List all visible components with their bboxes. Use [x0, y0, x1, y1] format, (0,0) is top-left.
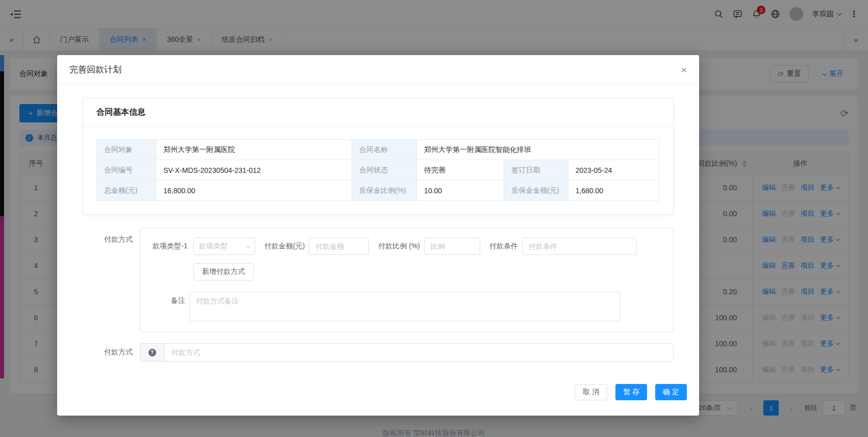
- amount-label: 付款金额(元): [264, 242, 305, 251]
- modal-footer: 取 消 暂 存 确 定: [83, 384, 687, 400]
- save-draft-button[interactable]: 暂 存: [615, 384, 647, 400]
- payment-section-label: 付款方式: [83, 228, 140, 332]
- info-label: 合同编号: [97, 160, 156, 181]
- info-value: 1,680.00: [568, 181, 659, 201]
- info-value: 郑州大学第一附属医院: [156, 140, 352, 160]
- payment-item-row: 款项类型-1 款项类型 付款金额(元) 付款比例 (%) 付款条件: [153, 238, 661, 255]
- help-icon[interactable]: ?: [148, 349, 156, 356]
- contract-info-table: 合同对象 郑州大学第一附属医院 合同名称 郑州大学第一附属医院智能化排班 合同编…: [96, 139, 660, 201]
- payment-items-box: 款项类型-1 款项类型 付款金额(元) 付款比例 (%) 付款条件 新增付款方式: [140, 228, 674, 332]
- payment-amount-input[interactable]: [309, 238, 369, 255]
- modal-header: 完善回款计划 ×: [57, 55, 699, 85]
- modal-body: 合同基本信息 合同对象 郑州大学第一附属医院 合同名称 郑州大学第一附属医院智能…: [57, 85, 699, 416]
- info-value: 16,800.00: [156, 181, 352, 201]
- remark-row: 备注: [153, 292, 661, 321]
- complete-repayment-plan-modal: 完善回款计划 × 合同基本信息 合同对象 郑州大学第一附属医院 合同名称 郑州大…: [57, 55, 699, 416]
- payment-condition-input[interactable]: [522, 238, 637, 255]
- info-value: 10.00: [417, 181, 504, 201]
- info-label: 合同名称: [352, 140, 416, 160]
- info-label: 合同状态: [352, 160, 416, 181]
- info-label: 质保金金额(元): [504, 181, 568, 201]
- modal-close-icon[interactable]: ×: [681, 65, 687, 75]
- add-payment-method-button[interactable]: 新增付款方式: [193, 263, 254, 280]
- info-value: 郑州大学第一附属医院智能化排班: [417, 140, 660, 160]
- remark-textarea[interactable]: [189, 292, 621, 321]
- payment-method-field: 付款方式 ?: [83, 343, 674, 362]
- contract-basic-info-card: 合同基本信息 合同对象 郑州大学第一附属医院 合同名称 郑州大学第一附属医院智能…: [83, 98, 674, 215]
- page: 3 李双园 ⋮ « 门户展示 合同列表 × 360全景 × 纸质合同归: [0, 0, 868, 437]
- ratio-label: 付款比例 (%): [378, 242, 420, 251]
- payment-method-label: 付款方式: [83, 348, 140, 357]
- info-label: 总金额(元): [97, 181, 156, 201]
- payment-method-input[interactable]: [164, 344, 673, 361]
- remark-label: 备注: [153, 292, 189, 305]
- payment-type-select[interactable]: 款项类型: [193, 238, 255, 255]
- info-label: 质保金比例(%): [352, 181, 416, 201]
- cancel-button[interactable]: 取 消: [575, 384, 607, 400]
- card-title: 合同基本信息: [83, 98, 673, 127]
- input-addon: ?: [140, 344, 164, 361]
- info-value: 待完善: [417, 160, 504, 181]
- payment-type-label: 款项类型-1: [153, 242, 189, 251]
- info-value: SV-X-MDS-20230504-231-012: [156, 160, 352, 181]
- info-label: 合同对象: [97, 140, 156, 160]
- payment-method-input-group: ?: [140, 343, 674, 362]
- chevron-down-icon: [246, 243, 251, 248]
- condition-label: 付款条件: [489, 242, 518, 251]
- info-value: 2023-05-24: [568, 160, 659, 181]
- payment-ratio-input[interactable]: [424, 238, 480, 255]
- confirm-button[interactable]: 确 定: [655, 384, 687, 400]
- payment-method-section: 付款方式 款项类型-1 款项类型 付款金额(元) 付款比例 (%) 付款条件: [83, 228, 674, 332]
- info-label: 签订日期: [504, 160, 568, 181]
- modal-title: 完善回款计划: [69, 64, 121, 75]
